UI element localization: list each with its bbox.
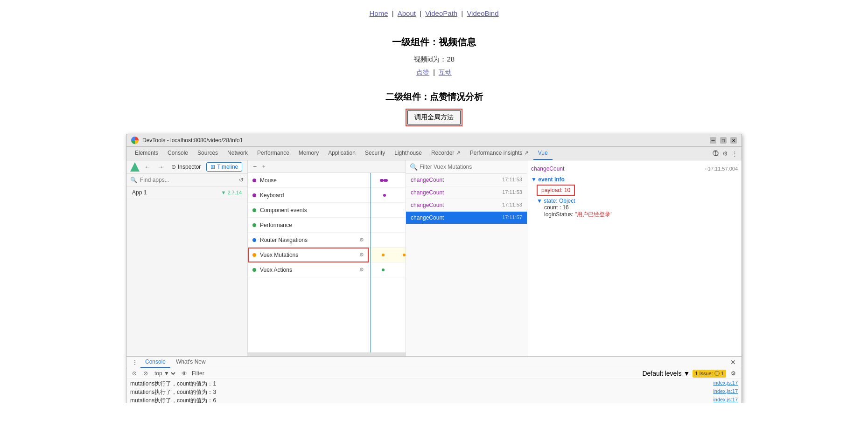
devtools-window: DevTools - localhost:8080/video/28/info1… — [126, 134, 742, 403]
issue-badge: 1 Issue: ⓘ 1 — [693, 370, 726, 378]
timeline-icon: ⊞ — [210, 164, 215, 170]
nav-home[interactable]: Home — [369, 9, 388, 17]
console-menu-btn[interactable]: ⋮ — [130, 357, 140, 367]
keyboard-label: Keyboard — [260, 192, 284, 199]
console-tab-whatsnew[interactable]: What's New — [171, 357, 210, 368]
minimize-button[interactable]: ─ — [710, 137, 716, 144]
timeline-header: – + — [248, 160, 406, 173]
track-vuex-mutations — [369, 248, 406, 262]
track-performance — [369, 218, 406, 233]
vuex-filter-input[interactable] — [420, 164, 523, 170]
login-status-label: loginStatus: — [544, 211, 574, 218]
default-levels-label: Default levels ▼ — [642, 370, 690, 377]
timeline-scrollbar[interactable] — [248, 352, 406, 356]
more-icon[interactable]: ⋮ — [732, 150, 738, 157]
state-expand[interactable]: ▼ state: Object — [537, 198, 738, 204]
detail-mutation-header: changeCount ○17:11:57.004 — [531, 164, 738, 173]
console-block-btn[interactable]: ⊘ — [141, 369, 150, 378]
label-vuex-mutations: Vuex Mutations ⚙ — [248, 248, 369, 262]
console-log-1: mutations执行了，count的值为：1 index.js:17 — [130, 380, 738, 388]
mouse-label: Mouse — [260, 177, 277, 184]
console-filter-input[interactable] — [207, 370, 422, 377]
tab-console[interactable]: Console — [163, 147, 193, 160]
vuex-search-icon: 🔍 — [410, 163, 418, 171]
log-link-3[interactable]: index.js:17 — [713, 397, 738, 403]
page-links: 点赞 | 互动 — [0, 69, 868, 77]
mutation-item-2[interactable]: changeCount 17:11:53 — [406, 186, 527, 199]
timeline-main: – + Mouse Keyboard — [248, 160, 406, 356]
like-link[interactable]: 点赞 — [416, 69, 429, 76]
console-log-area: mutations执行了，count的值为：1 index.js:17 muta… — [126, 379, 742, 403]
video-id: 视频id为：28 — [0, 55, 868, 64]
console-log-3: mutations执行了，count的值为：6 index.js:17 — [130, 397, 738, 403]
maximize-button[interactable]: □ — [720, 137, 727, 144]
label-router-navigations: Router Navigations ⚙ — [248, 233, 369, 248]
state-label: ▼ state: Object — [537, 198, 575, 204]
nav-videopath[interactable]: VideoPath — [425, 9, 457, 17]
level2-title: 二级组件：点赞情况分析 — [0, 91, 868, 103]
refresh-icon[interactable]: ↺ — [239, 177, 244, 183]
tab-application[interactable]: Application — [323, 147, 360, 160]
tab-performance[interactable]: Performance — [252, 147, 294, 160]
console-tab-console[interactable]: Console — [140, 357, 170, 368]
interact-link[interactable]: 互动 — [439, 69, 452, 76]
console-close-btn[interactable]: ✕ — [728, 357, 738, 368]
tab-lighthouse[interactable]: Lighthouse — [390, 147, 427, 160]
app-item[interactable]: App 1 ▼ 2.7.14 — [126, 186, 247, 199]
level1-title: 一级组件：视频信息 — [0, 36, 868, 48]
search-icon: 🔍 — [130, 177, 137, 183]
console-eye-btn[interactable]: 👁 — [180, 369, 189, 378]
app-name: App 1 — [132, 189, 147, 196]
console-settings-btn[interactable]: ⚙ — [729, 369, 738, 378]
keyboard-dot — [252, 193, 256, 197]
tl-zoom-in[interactable]: + — [260, 162, 267, 171]
tab-network[interactable]: Network — [223, 147, 252, 160]
nav-videobind[interactable]: VideoBind — [467, 9, 498, 17]
component-events-dot — [252, 208, 256, 212]
console-clear-btn[interactable]: ⊙ — [130, 369, 139, 378]
tl-zoom-out[interactable]: – — [252, 162, 259, 171]
log-link-1[interactable]: index.js:17 — [713, 380, 738, 388]
app-version: ▼ 2.7.14 — [221, 190, 242, 195]
invoke-button[interactable]: 调用全局方法 — [407, 110, 461, 124]
devtools-body: ← → ⊙ Inspector ⊞ Timeline ⊡ ≡ ⋮ 🔍 ↺ — [126, 160, 742, 356]
vuex-filter-search: 🔍 — [406, 160, 527, 174]
tab-security[interactable]: Security — [360, 147, 390, 160]
mutation-name-2: changeCount — [411, 189, 444, 196]
vuex-mutations-label: Vuex Mutations — [260, 252, 298, 258]
close-button[interactable]: ✕ — [730, 137, 737, 144]
mutation-item-3[interactable]: changeCount 17:11:53 — [406, 199, 527, 212]
forward-button[interactable]: → — [155, 162, 166, 172]
console-context-select[interactable]: top ▼ — [153, 370, 177, 377]
state-login-row: loginStatus: "用户已经登录" — [537, 211, 738, 219]
router-nav-label: Router Navigations — [260, 237, 308, 243]
back-button[interactable]: ← — [142, 162, 153, 172]
timeline-tracks[interactable] — [369, 173, 406, 352]
settings-icon[interactable]: ⚙ — [722, 150, 728, 157]
devtools-titlebar: DevTools - localhost:8080/video/28/info1… — [126, 134, 742, 147]
router-nav-dot — [252, 238, 256, 242]
mutation-time-2: 17:11:53 — [502, 189, 522, 196]
timeline-button[interactable]: ⊞ Timeline — [206, 162, 242, 172]
inspector-button[interactable]: ⊙ Inspector — [168, 163, 203, 171]
find-apps-input[interactable] — [140, 177, 236, 183]
link-sep: | — [433, 69, 437, 76]
tab-recorder[interactable]: Recorder ↗ — [427, 147, 465, 160]
log-link-2[interactable]: index.js:17 — [713, 388, 738, 396]
vuex-actions-gear-icon[interactable]: ⚙ — [359, 267, 364, 273]
label-mouse: Mouse — [248, 173, 369, 188]
tab-perf-insights[interactable]: Performance insights ↗ — [465, 147, 533, 160]
tab-vue[interactable]: Vue — [533, 147, 553, 160]
inspector-icon: ⊙ — [171, 164, 176, 170]
tab-sources[interactable]: Sources — [193, 147, 223, 160]
tab-elements[interactable]: Elements — [130, 147, 163, 160]
label-component-events: Component events — [248, 203, 369, 218]
mutation-item-4[interactable]: changeCount 17:11:57 — [406, 212, 527, 224]
mutation-item-1[interactable]: changeCount 17:11:53 — [406, 174, 527, 186]
detail-panel: changeCount ○17:11:57.004 ▼ event info p… — [527, 160, 742, 356]
router-nav-gear-icon[interactable]: ⚙ — [359, 237, 364, 243]
devtools-title: DevTools - localhost:8080/video/28/info1 — [142, 137, 706, 144]
nav-about[interactable]: About — [398, 9, 416, 17]
vuex-mutations-gear-icon[interactable]: ⚙ — [359, 252, 364, 258]
tab-memory[interactable]: Memory — [294, 147, 323, 160]
